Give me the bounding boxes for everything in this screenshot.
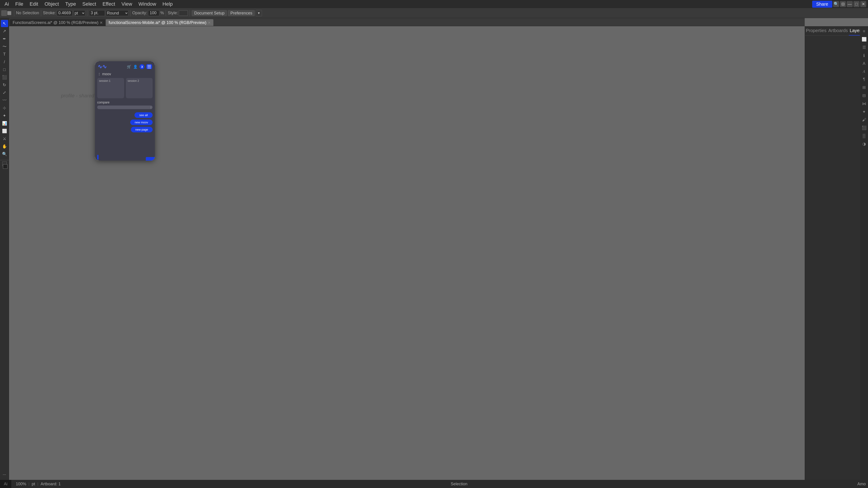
more-tools-button[interactable]: ··· <box>1 471 8 478</box>
artboard-tool[interactable]: ⬜ <box>1 127 8 135</box>
menu-view[interactable]: View <box>119 1 135 7</box>
symbols-icon[interactable]: ✦ <box>862 108 867 115</box>
menu-object[interactable]: Object <box>42 1 62 7</box>
rectangle-tool[interactable]: □ <box>1 66 8 73</box>
amo-label: Amo <box>857 482 866 486</box>
tab-close-mobile-icon[interactable]: ✕ <box>208 21 211 25</box>
left-tool-panel: ↖ ↗ ✒ 〜 T / □ ⬛ ↻ ⤢ 〰 ⊹ ✦ 📊 ⬜ ⚔ ✋ 🔍 ··· <box>0 18 9 480</box>
info-icon[interactable]: ℹ <box>862 52 866 59</box>
direct-select-tool[interactable]: ↗ <box>1 28 8 35</box>
tab-close-icon[interactable]: ✕ <box>100 21 103 25</box>
mobile-screen: ∿∿ 🛒 👤 3 ⋮ moov <box>95 61 155 161</box>
mobile-title-row: ⋮ moov <box>95 71 155 78</box>
zoom-tool[interactable]: 🔍 <box>1 151 8 158</box>
bottom-accent <box>97 155 98 160</box>
tab-functional-mobile[interactable]: functionalScreens-Mobile.ai* @ 100 % (RG… <box>106 19 213 26</box>
hand-tool[interactable]: ✋ <box>1 143 8 150</box>
zoom-level[interactable]: 100% <box>16 482 26 486</box>
notification-badge[interactable]: 3 <box>140 64 145 69</box>
align-icon[interactable]: ⊟ <box>862 92 867 99</box>
pen-tool[interactable]: ✒ <box>1 35 8 42</box>
brushes-icon[interactable]: 🖌 <box>861 117 867 123</box>
properties-panel-icon[interactable]: ≡ <box>862 28 866 35</box>
tab-functional-screens[interactable]: FunctionalScreens.ai* @ 100 % (RGB/Previ… <box>10 19 105 26</box>
new-page-button[interactable]: new page <box>131 127 153 132</box>
unit-label: pt <box>32 482 35 486</box>
type-tool[interactable]: T <box>1 51 8 58</box>
stroke-unit-select[interactable]: ptpxmm <box>73 10 85 16</box>
menu-effect[interactable]: Effect <box>100 1 118 7</box>
opacity-input[interactable] <box>148 10 159 16</box>
scale-tool[interactable]: ⤢ <box>1 89 8 96</box>
stroke-width-input[interactable] <box>89 10 105 16</box>
paragraph-icon[interactable]: ¶ <box>862 76 866 83</box>
stroke-color[interactable] <box>7 11 11 15</box>
tab-artboards[interactable]: Artboards <box>827 26 849 35</box>
menu-line <box>147 66 151 67</box>
profile-icon[interactable]: 👤 <box>133 65 138 69</box>
mobile-header: ∿∿ 🛒 👤 3 <box>95 61 155 71</box>
menu-line <box>147 68 151 68</box>
graph-tool[interactable]: 📊 <box>1 120 8 127</box>
close-button[interactable]: ✕ <box>860 1 866 7</box>
free-transform-tool[interactable]: ⊹ <box>1 104 8 111</box>
right-icon-bar: ≡ ⬜ ☰ ℹ A 𝐴 ¶ ⊞ ⊟ ⋈ ✦ 🖌 ⬛ ▒ ◑ <box>860 26 868 488</box>
more-options-button[interactable]: ▾ <box>256 10 262 16</box>
session-card-1[interactable]: session 1 <box>97 78 124 98</box>
hamburger-menu-icon[interactable] <box>146 64 152 69</box>
share-button[interactable]: Share <box>812 1 832 8</box>
tab-properties[interactable]: Properties <box>805 26 827 35</box>
mobile-action-buttons: see all new moov new page <box>95 111 155 134</box>
warp-tool[interactable]: 〰 <box>1 97 8 104</box>
sep3 <box>87 10 87 16</box>
appearance-icon[interactable]: ◑ <box>862 140 867 147</box>
gradient-icon[interactable]: ▒ <box>862 133 866 139</box>
sep6 <box>190 10 190 16</box>
stroke-box[interactable] <box>3 164 7 169</box>
menu-edit[interactable]: Edit <box>27 1 41 7</box>
artboards-icon[interactable]: ⬜ <box>861 36 868 43</box>
session-card-2[interactable]: session 2 <box>126 78 153 98</box>
document-setup-button[interactable]: Document Setup <box>192 10 227 16</box>
menu-help[interactable]: Help <box>160 1 176 7</box>
search-button[interactable]: 🔍 <box>833 1 839 7</box>
moov-icon: ⋮ <box>98 72 101 76</box>
artboard-label: Artboard: 1 <box>40 482 61 486</box>
menu-window[interactable]: Window <box>136 1 159 7</box>
round-select[interactable]: RoundMiterBevel <box>106 10 128 16</box>
line-tool[interactable]: / <box>1 58 8 66</box>
slice-tool[interactable]: ⚔ <box>1 135 8 142</box>
rotate-tool[interactable]: ↻ <box>1 81 8 89</box>
layers-icon[interactable]: ☰ <box>862 44 867 51</box>
new-moov-button[interactable]: new moov <box>130 120 153 125</box>
character-style-icon[interactable]: 𝐴 <box>862 68 866 75</box>
see-all-button[interactable]: see all <box>134 112 153 118</box>
curvature-tool[interactable]: 〜 <box>1 43 8 50</box>
selection-tool[interactable]: ↖ <box>1 20 8 27</box>
moov-title: moov <box>102 72 111 76</box>
paint-bucket-tool[interactable]: ⬛ <box>1 74 8 81</box>
menu-file[interactable]: File <box>13 1 26 7</box>
compare-bar[interactable]: | <box>97 105 153 109</box>
stroke-value-input[interactable] <box>57 10 72 16</box>
mobile-compare-section: compare | <box>95 101 155 109</box>
opacity-unit: % <box>160 11 164 15</box>
text-style-icon[interactable]: A <box>862 60 866 67</box>
menu-type[interactable]: Type <box>63 1 79 7</box>
menu-ai[interactable]: Ai <box>2 1 12 7</box>
minimize-button[interactable]: — <box>847 1 852 7</box>
arrange-button[interactable]: ⊟ <box>840 1 846 7</box>
pathfinder-icon[interactable]: ⋈ <box>861 100 867 107</box>
cart-icon[interactable]: 🛒 <box>127 65 131 69</box>
symbol-spray-tool[interactable]: ✦ <box>1 112 8 119</box>
style-swatch[interactable] <box>179 10 188 16</box>
preferences-button[interactable]: Preferences <box>228 10 255 16</box>
menu-select[interactable]: Select <box>80 1 99 7</box>
ai-logo-bottom: Ai <box>4 482 7 486</box>
maximize-button[interactable]: □ <box>854 1 860 7</box>
style-label: Style: <box>168 11 178 15</box>
transform-icon[interactable]: ⊞ <box>862 84 867 91</box>
compare-indicator: | <box>151 106 151 109</box>
fill-color[interactable] <box>1 10 7 16</box>
swatches-icon[interactable]: ⬛ <box>861 125 868 131</box>
